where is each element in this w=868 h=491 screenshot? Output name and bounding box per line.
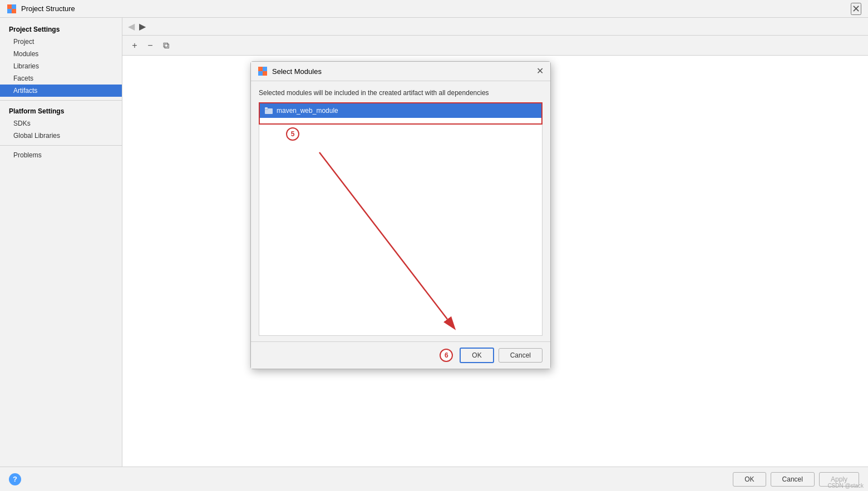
main-window: Project Structure ✕ Project Settings Pro…	[0, 0, 868, 491]
svg-rect-4	[258, 67, 263, 71]
modal-title-left: Select Modules	[258, 66, 322, 76]
app-icon	[7, 4, 17, 14]
remove-button[interactable]: −	[144, 39, 157, 52]
sidebar-item-modules[interactable]: Modules	[0, 48, 122, 60]
modal-icon	[258, 66, 268, 76]
help-button[interactable]: ?	[9, 473, 21, 485]
svg-rect-2	[7, 9, 12, 13]
svg-rect-6	[258, 71, 263, 76]
bottom-bar: ? OK Cancel Apply	[0, 467, 868, 491]
svg-rect-0	[7, 4, 12, 9]
modal-content: Selected modules will be included in the…	[251, 81, 550, 341]
svg-rect-1	[12, 4, 16, 9]
title-bar-left: Project Structure	[7, 4, 75, 14]
svg-rect-3	[12, 9, 16, 13]
back-button[interactable]: ◀	[127, 21, 136, 32]
forward-button[interactable]: ▶	[138, 21, 147, 32]
annotation-step5: 5	[286, 127, 299, 141]
bottom-bar-left: ?	[9, 473, 21, 485]
svg-rect-10	[265, 107, 268, 109]
ok-button[interactable]: OK	[733, 472, 766, 487]
modal-title: Select Modules	[272, 67, 322, 76]
module-empty-area: 5	[259, 125, 542, 336]
sidebar-item-facets[interactable]: Facets	[0, 72, 122, 85]
sidebar-divider-2	[0, 145, 122, 146]
platform-settings-header: Platform Settings	[0, 104, 122, 117]
sidebar-item-project[interactable]: Project	[0, 36, 122, 48]
sidebar-item-problems[interactable]: Problems	[0, 149, 122, 161]
sidebar-item-global-libraries[interactable]: Global Libraries	[0, 130, 122, 142]
window-close-button[interactable]: ✕	[851, 3, 861, 15]
svg-rect-5	[263, 67, 267, 71]
red-arrow	[286, 130, 509, 369]
nav-arrows: ◀ ▶	[122, 18, 868, 36]
annotation-step6: 6	[440, 349, 453, 362]
sidebar-divider	[0, 100, 122, 101]
sidebar-item-artifacts[interactable]: Artifacts	[0, 85, 122, 97]
window-title: Project Structure	[21, 4, 75, 13]
module-list: maven_web_module	[259, 102, 542, 125]
add-button[interactable]: +	[128, 39, 141, 52]
project-settings-header: Project Settings	[0, 22, 122, 36]
select-modules-dialog: Select Modules ✕ Selected modules will b…	[250, 61, 551, 369]
modal-ok-button[interactable]: OK	[460, 348, 494, 363]
modal-cancel-button[interactable]: Cancel	[499, 348, 542, 363]
module-name: maven_web_module	[277, 107, 338, 115]
watermark: CSDN @stack	[827, 483, 864, 489]
sidebar: Project Settings Project Modules Librari…	[0, 18, 122, 467]
cancel-button[interactable]: Cancel	[771, 472, 815, 487]
sidebar-item-sdks[interactable]: SDKs	[0, 117, 122, 130]
modal-description: Selected modules will be included in the…	[259, 89, 542, 97]
modal-title-bar: Select Modules ✕	[251, 62, 550, 81]
toolbar: + − ⧉	[122, 36, 868, 56]
title-bar: Project Structure ✕	[0, 0, 868, 18]
sidebar-item-libraries[interactable]: Libraries	[0, 60, 122, 72]
modal-footer: 6 OK Cancel	[251, 341, 550, 369]
svg-rect-7	[263, 71, 267, 76]
svg-line-12	[319, 152, 447, 319]
copy-button[interactable]: ⧉	[159, 39, 172, 52]
module-folder-icon	[264, 106, 273, 115]
modal-close-button[interactable]: ✕	[536, 67, 544, 76]
module-item[interactable]: maven_web_module	[260, 103, 541, 118]
